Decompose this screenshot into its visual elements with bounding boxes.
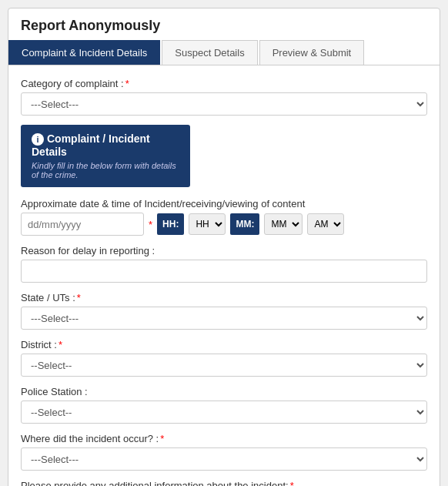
form-area: Category of complaint :* ---Select--- iC… (8, 65, 440, 486)
tab-preview[interactable]: Preview & Submit (259, 40, 365, 65)
delay-label: Reason for delay in reporting : (21, 245, 427, 256)
hour-select[interactable]: HH010203 04050607 0809101112 (189, 213, 226, 235)
page-wrapper: Report Anonymously Complaint & Incident … (8, 8, 440, 486)
datetime-group: Approximate date & time of Incident/rece… (21, 198, 427, 236)
info-box-text: Kindly fill in the below form with detai… (32, 161, 179, 179)
incident-select[interactable]: ---Select--- (21, 447, 427, 471)
hh-label: HH: (157, 213, 184, 235)
page-title: Report Anonymously (8, 8, 440, 40)
datetime-label: Approximate date & time of Incident/rece… (21, 198, 427, 209)
district-group: District :* --Select-- (21, 339, 427, 377)
category-label: Category of complaint :* (21, 78, 427, 89)
category-required: * (125, 78, 129, 89)
info-icon: i (32, 133, 44, 146)
delay-group: Reason for delay in reporting : (21, 245, 427, 283)
police-select[interactable]: --Select-- (21, 401, 427, 424)
district-select[interactable]: --Select-- (21, 354, 427, 377)
mm-label: MM: (230, 213, 259, 235)
date-input[interactable] (21, 213, 144, 236)
datetime-row: * HH: HH010203 04050607 0809101112 MM: M… (21, 213, 427, 236)
info-box: iComplaint / Incident Details Kindly fil… (21, 125, 190, 187)
incident-group: Where did the incident occur? :* ---Sele… (21, 433, 427, 471)
category-select[interactable]: ---Select--- (21, 92, 427, 116)
state-select[interactable]: ---Select--- (21, 307, 427, 330)
state-group: State / UTs :* ---Select--- (21, 292, 427, 330)
minute-select[interactable]: MM000510 15202530 3540455055 (264, 213, 303, 235)
police-label: Police Station : (21, 386, 427, 397)
additional-required: * (290, 480, 294, 486)
additional-group: Please provide any additional informatio… (21, 480, 427, 486)
state-required: * (77, 292, 81, 303)
category-group: Category of complaint :* ---Select--- (21, 78, 427, 116)
additional-label: Please provide any additional informatio… (21, 480, 427, 486)
tab-complaint[interactable]: Complaint & Incident Details (8, 40, 160, 65)
district-required: * (59, 339, 62, 350)
tabs-container: Complaint & Incident Details Suspect Det… (8, 40, 440, 65)
incident-label: Where did the incident occur? :* (21, 433, 427, 444)
date-required: * (149, 219, 152, 230)
state-label: State / UTs :* (21, 292, 427, 303)
tab-suspect[interactable]: Suspect Details (162, 40, 257, 65)
delay-input[interactable] (21, 260, 427, 283)
ampm-select[interactable]: AMPM (307, 213, 344, 235)
info-box-title: iComplaint / Incident Details (32, 132, 179, 158)
district-label: District :* (21, 339, 427, 350)
incident-required: * (160, 433, 164, 444)
police-group: Police Station : --Select-- (21, 386, 427, 424)
